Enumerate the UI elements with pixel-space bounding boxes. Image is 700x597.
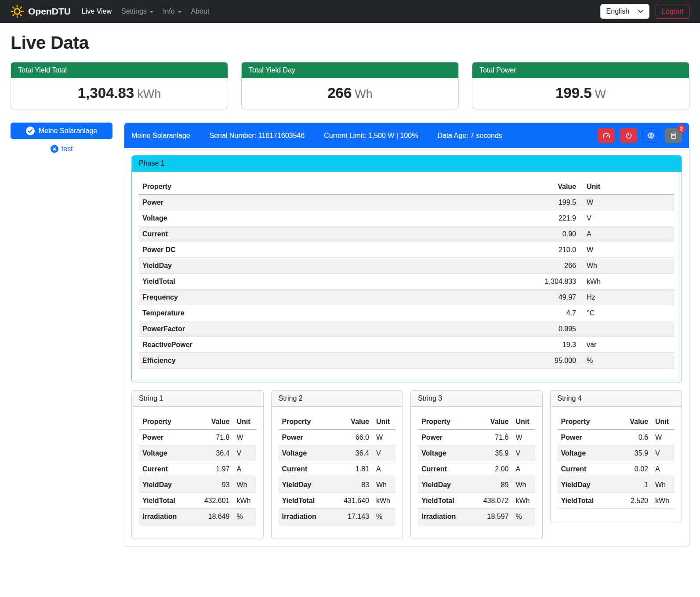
row-unit: A: [233, 461, 256, 477]
power-settings-button[interactable]: [620, 128, 637, 143]
power-icon: [625, 132, 633, 140]
row-property: Temperature: [139, 305, 403, 321]
event-count-badge: 2: [677, 125, 685, 133]
brand[interactable]: OpenDTU: [11, 5, 71, 18]
summary-cards: Total Yield Total 1,304.83kWh Total Yiel…: [11, 62, 689, 109]
summary-card-total-yield-total: Total Yield Total 1,304.83kWh: [11, 62, 228, 109]
row-unit: kWh: [233, 493, 256, 509]
row-unit: V: [512, 445, 535, 461]
row-property: Frequency: [139, 289, 403, 305]
row-unit: A: [512, 461, 535, 477]
table-row: Voltage35.9V: [558, 445, 675, 461]
summary-card-title: Total Yield Total: [11, 62, 228, 78]
inverter-actions: 2: [598, 128, 682, 143]
row-value: 36.4: [192, 445, 233, 461]
row-unit: kWh: [512, 493, 535, 509]
row-property: Power: [139, 195, 403, 210]
column-header-property: Property: [418, 414, 471, 430]
table-row: Temperature4.7°C: [139, 305, 675, 321]
row-value: 1.81: [331, 461, 373, 477]
table-row: YieldTotal431.640kWh: [279, 493, 396, 509]
string-table: Property Value Unit Power71.6WVoltage35.…: [418, 414, 535, 525]
nav-item-info[interactable]: Info: [158, 4, 186, 19]
inverter-select-button[interactable]: Meine Solaranlage: [11, 123, 112, 139]
nav-item-label: About: [191, 7, 210, 15]
row-unit: kWh: [373, 493, 395, 509]
table-row: Current1.81A: [279, 461, 396, 477]
row-property: Current: [139, 461, 192, 477]
row-value: 1: [615, 477, 652, 493]
string-card-body: Property Value Unit Power66.0WVoltage36.…: [272, 407, 403, 539]
summary-card-total-yield-day: Total Yield Day 266Wh: [241, 62, 459, 109]
cpu-icon: [647, 131, 655, 140]
table-row: Irradiation18.649%: [139, 509, 256, 525]
row-value: 35.9: [471, 445, 512, 461]
row-value: 17.143: [331, 509, 373, 525]
inverter-card-body: Phase 1 Property Value Unit Power199.5WV…: [124, 148, 689, 546]
string-table: Property Value Unit Power0.6WVoltage35.9…: [558, 414, 675, 509]
row-value: 66.0: [331, 430, 373, 445]
row-unit: %: [233, 509, 256, 525]
language-selected-value: English: [606, 7, 629, 15]
row-value: 18.597: [471, 509, 512, 525]
column-header-property: Property: [139, 414, 192, 430]
gauge-icon: [602, 131, 611, 140]
row-value: 89: [471, 477, 512, 493]
row-value: 93: [192, 477, 233, 493]
row-unit: W: [580, 242, 675, 258]
row-unit: Wh: [233, 477, 256, 493]
row-unit: %: [512, 509, 535, 525]
row-unit: W: [233, 430, 256, 445]
string-card-body: Property Value Unit Power71.8WVoltage36.…: [132, 407, 263, 539]
row-property: YieldDay: [558, 477, 615, 493]
table-row: Voltage36.4V: [139, 445, 256, 461]
nav-item-settings[interactable]: Settings: [116, 4, 158, 19]
row-value: 49.97: [403, 289, 580, 305]
row-property: Voltage: [279, 445, 331, 461]
row-property: Voltage: [139, 210, 403, 226]
row-value: 2.00: [471, 461, 512, 477]
nav-item-live-view[interactable]: Live View: [77, 4, 116, 19]
table-row: YieldTotal2.520kWh: [558, 493, 675, 509]
table-row: Irradiation17.143%: [279, 509, 396, 525]
nav-links: Live View Settings Info About: [77, 4, 600, 19]
row-value: 19.3: [403, 337, 580, 353]
row-unit: Wh: [512, 477, 535, 493]
sun-icon: [11, 5, 24, 18]
row-value: 71.6: [471, 430, 512, 445]
table-header-row: Property Value Unit: [139, 179, 675, 195]
x-circle-icon: [51, 145, 58, 153]
phase-title: Phase 1: [132, 156, 682, 172]
logout-button[interactable]: Logout: [656, 4, 689, 19]
sidebar-item-test[interactable]: test: [11, 145, 112, 153]
row-property: Power DC: [139, 242, 403, 258]
string-card-title: String 3: [411, 391, 542, 407]
event-log-button[interactable]: 2: [665, 128, 682, 143]
row-value: 35.9: [615, 445, 652, 461]
language-select[interactable]: English: [600, 4, 649, 19]
check-circle-icon: [26, 127, 35, 135]
row-value: 0.995: [403, 321, 580, 337]
string-table-body: Power71.6WVoltage35.9VCurrent2.00AYieldD…: [418, 430, 535, 525]
limit-settings-button[interactable]: [598, 128, 615, 143]
string-card: String 3 Property Value Unit Power71.6WV…: [410, 390, 543, 539]
row-value: 0.90: [403, 226, 580, 242]
table-row: Efficiency95.000%: [139, 353, 675, 369]
row-value: 18.649: [192, 509, 233, 525]
row-property: Voltage: [558, 445, 615, 461]
string-card-title: String 4: [551, 391, 682, 407]
device-info-button[interactable]: [642, 128, 660, 143]
row-unit: W: [512, 430, 535, 445]
table-header-row: Property Value Unit: [558, 414, 675, 430]
row-property: YieldDay: [279, 477, 331, 493]
table-row: YieldTotal1,304.833kWh: [139, 274, 675, 289]
row-value: 1.97: [192, 461, 233, 477]
row-unit: V: [373, 445, 395, 461]
table-row: Power71.8W: [139, 430, 256, 445]
nav-item-about[interactable]: About: [186, 4, 214, 19]
row-property: Irradiation: [418, 509, 471, 525]
sidebar-item-label: test: [62, 145, 73, 153]
table-header-row: Property Value Unit: [279, 414, 396, 430]
row-value: 199.5: [403, 195, 580, 210]
row-value: 36.4: [331, 445, 373, 461]
